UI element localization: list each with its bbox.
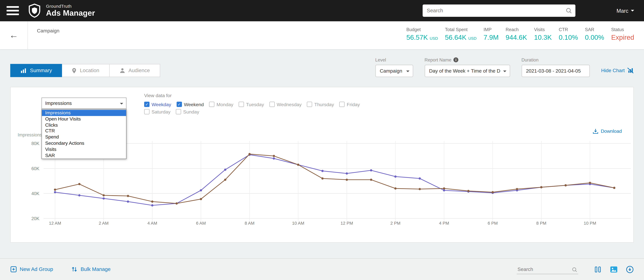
status-badge: Expired bbox=[611, 34, 634, 41]
checkbox-saturday[interactable]: Saturday bbox=[144, 109, 170, 114]
checkbox-icon bbox=[238, 102, 244, 107]
stat-total-spent: Total Spent 56.64K USD bbox=[445, 27, 476, 49]
download-chart-link[interactable]: Download bbox=[593, 128, 622, 134]
bulk-manage-button[interactable]: Bulk Manage bbox=[71, 266, 110, 273]
tab-summary[interactable]: Summary bbox=[10, 64, 62, 77]
duration-control: Duration 2021-03-08 - 2021-04-05 bbox=[522, 57, 590, 77]
stat-status: Status Expired bbox=[611, 27, 634, 49]
view-tabs: Summary Location Audience bbox=[10, 64, 160, 77]
metric-select[interactable]: Impressions bbox=[42, 98, 126, 109]
metric-option[interactable]: Open Hour Visits bbox=[42, 116, 126, 122]
metric-option[interactable]: Impressions bbox=[42, 110, 126, 116]
day-filter-row-2: Saturday Sunday bbox=[144, 109, 360, 114]
checkbox-weekend[interactable]: Weekend bbox=[176, 102, 204, 107]
brand-block: GroundTruth Ads Manager bbox=[46, 4, 95, 17]
checkbox-icon bbox=[144, 102, 150, 107]
tab-location[interactable]: Location bbox=[62, 64, 110, 77]
viewport: GroundTruth Ads Manager Marc ← Campaign … bbox=[0, 0, 644, 280]
back-button[interactable]: ← bbox=[0, 21, 28, 49]
stat-ctr: CTR 0.10% bbox=[559, 27, 578, 49]
footer-toolbar: New Ad Group Bulk Manage bbox=[0, 258, 644, 280]
checkbox-weekday[interactable]: Weekday bbox=[144, 102, 171, 107]
checkbox-thursday[interactable]: Thursday bbox=[307, 102, 334, 107]
chart-panel: Impressions Impressions Open Hour Visits… bbox=[10, 87, 634, 243]
checkbox-monday[interactable]: Monday bbox=[209, 102, 233, 107]
stat-sar: SAR 0.00% bbox=[585, 27, 604, 49]
checkbox-icon bbox=[269, 102, 274, 107]
new-ad-group-button[interactable]: New Ad Group bbox=[10, 266, 53, 273]
metric-dropdown-list: Impressions Open Hour Visits Clicks CTR … bbox=[42, 109, 126, 159]
global-search bbox=[423, 4, 576, 17]
report-controls: Level Campaign Report Namei Day of the W… bbox=[375, 57, 634, 77]
stat-reach: Reach 944.6K bbox=[506, 27, 527, 49]
campaign-header-bar: ← Campaign Budget 56.57K USD Total Spent… bbox=[0, 21, 644, 49]
global-search-input[interactable] bbox=[423, 4, 576, 17]
groundtruth-logo-icon bbox=[27, 3, 42, 18]
checkbox-sunday[interactable]: Sunday bbox=[176, 109, 199, 114]
user-name: Marc bbox=[616, 7, 628, 14]
download-icon bbox=[593, 128, 598, 134]
checkbox-icon bbox=[176, 109, 181, 114]
checkbox-icon bbox=[176, 102, 182, 107]
controls-row: Summary Location Audience Level Campaign… bbox=[10, 57, 634, 77]
tab-audience[interactable]: Audience bbox=[110, 64, 160, 77]
user-menu[interactable]: Marc bbox=[616, 7, 634, 14]
columns-toggle-icon[interactable] bbox=[594, 266, 602, 273]
report-name-select[interactable]: Day of the Week + Time of the D bbox=[424, 65, 510, 77]
y-axis-title: Impressions bbox=[18, 132, 42, 137]
day-filter-block: View data for Weekday Weekend Monday Tue… bbox=[144, 93, 360, 116]
level-select[interactable]: Campaign bbox=[375, 65, 413, 77]
table-search-input[interactable] bbox=[517, 265, 578, 274]
ads-manager-app: GroundTruth Ads Manager Marc ← Campaign … bbox=[0, 0, 644, 280]
y-tick-label: 60K bbox=[16, 166, 40, 171]
metric-option[interactable]: Spend bbox=[42, 134, 126, 140]
map-pin-icon bbox=[72, 67, 76, 74]
hide-chart-link[interactable]: Hide Chart bbox=[601, 67, 634, 74]
search-icon bbox=[572, 267, 578, 272]
checkbox-tuesday[interactable]: Tuesday bbox=[238, 102, 264, 107]
report-name-control: Report Namei Day of the Week + Time of t… bbox=[424, 57, 510, 77]
campaign-stats: Budget 56.57K USD Total Spent 56.64K USD… bbox=[406, 21, 644, 49]
brand-name: GroundTruth bbox=[46, 4, 95, 9]
chart-plot bbox=[44, 139, 631, 223]
table-search bbox=[517, 265, 578, 274]
checkbox-friday[interactable]: Friday bbox=[339, 102, 360, 107]
sort-arrows-icon bbox=[71, 266, 78, 273]
stat-visits: Visits 10.3K bbox=[534, 27, 552, 49]
person-icon bbox=[120, 68, 125, 73]
y-tick-label: 40K bbox=[16, 191, 40, 196]
metric-option[interactable]: Secondary Actions bbox=[42, 140, 126, 146]
image-export-icon[interactable] bbox=[610, 266, 618, 273]
page-title: Campaign bbox=[28, 21, 60, 49]
checkbox-icon bbox=[339, 102, 344, 107]
add-square-icon bbox=[10, 266, 17, 273]
checkbox-icon bbox=[209, 102, 214, 107]
y-tick-label: 80K bbox=[16, 141, 40, 146]
hide-chart-icon bbox=[627, 67, 634, 74]
level-control: Level Campaign bbox=[375, 57, 413, 77]
metric-option[interactable]: SAR bbox=[42, 152, 126, 158]
info-icon[interactable]: i bbox=[454, 57, 458, 62]
stat-budget: Budget 56.57K USD bbox=[406, 27, 438, 49]
y-tick-label: 20K bbox=[16, 216, 40, 221]
chevron-down-icon bbox=[631, 10, 634, 13]
metric-option[interactable]: Clicks bbox=[42, 122, 126, 128]
menu-icon[interactable] bbox=[6, 6, 19, 15]
day-filter-row-1: Weekday Weekend Monday Tuesday Wednesday… bbox=[144, 102, 360, 107]
footer-right bbox=[517, 265, 634, 274]
search-icon[interactable] bbox=[566, 7, 572, 14]
duration-input[interactable]: 2021-03-08 - 2021-04-05 bbox=[522, 65, 590, 77]
app-name: Ads Manager bbox=[46, 9, 95, 17]
metric-option[interactable]: CTR bbox=[42, 128, 126, 134]
checkbox-icon bbox=[144, 109, 150, 114]
metric-option[interactable]: Visits bbox=[42, 146, 126, 152]
stat-impressions: IMP 7.9M bbox=[484, 27, 499, 49]
navbar-right: Marc bbox=[423, 4, 644, 17]
top-navbar: GroundTruth Ads Manager Marc bbox=[0, 0, 644, 21]
checkbox-icon bbox=[307, 102, 312, 107]
download-circle-icon[interactable] bbox=[626, 265, 634, 273]
checkbox-wednesday[interactable]: Wednesday bbox=[269, 102, 302, 107]
bar-chart-icon bbox=[20, 68, 27, 73]
